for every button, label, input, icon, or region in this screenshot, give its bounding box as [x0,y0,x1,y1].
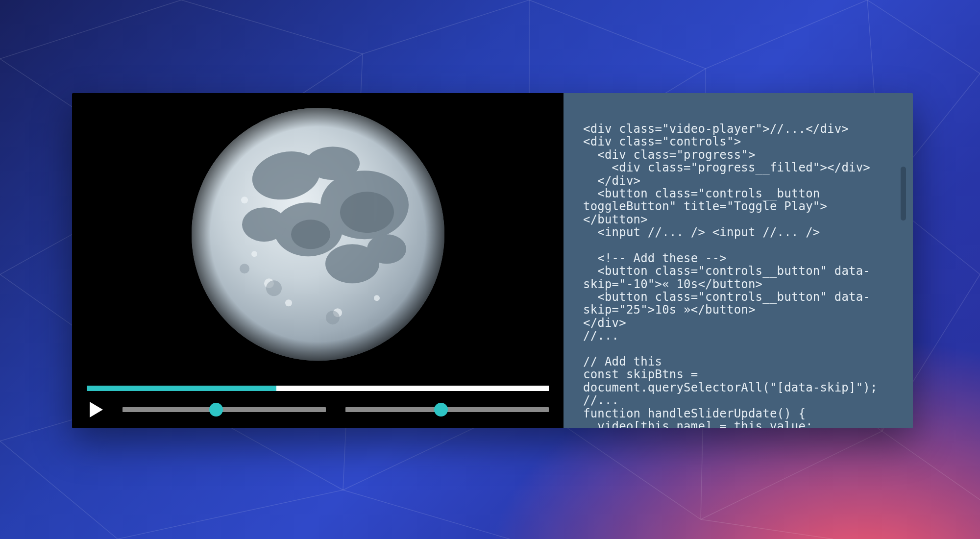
svg-line-28 [701,431,882,519]
svg-line-2 [363,0,529,54]
slider-thumb[interactable] [434,403,448,416]
progress-filled [87,386,276,391]
svg-line-0 [0,0,181,59]
scrollbar-thumb[interactable] [901,167,906,220]
progress-bar[interactable] [87,386,549,391]
video-viewport[interactable] [72,93,564,386]
svg-line-34 [118,490,343,539]
svg-line-4 [706,0,867,69]
svg-line-3 [529,0,706,69]
code-panel: <div class="video-player">//...</div> <d… [564,93,913,428]
svg-line-33 [0,441,118,539]
svg-point-58 [192,108,444,361]
svg-line-31 [882,431,980,500]
content-card: <div class="video-player">//...</div> <d… [72,93,913,428]
slider-thumb[interactable] [209,403,223,416]
video-player [72,93,564,428]
player-controls [72,386,564,428]
svg-line-35 [343,490,510,539]
slider-volume[interactable] [122,407,326,412]
slider-speed[interactable] [345,407,549,412]
moon-image [186,102,450,367]
svg-line-36 [701,519,833,539]
svg-line-1 [181,0,363,54]
svg-line-5 [867,0,980,74]
code-block[interactable]: <div class="video-player">//...</div> <d… [583,122,885,428]
play-icon[interactable] [90,402,103,417]
